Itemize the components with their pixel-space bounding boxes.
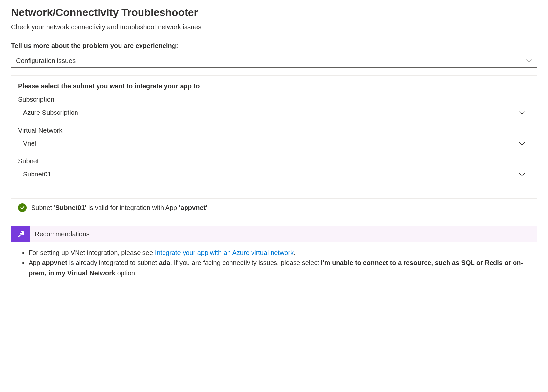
- recommendation-item: App appvnet is already integrated to sub…: [29, 258, 529, 278]
- subscription-select-value: Azure Subscription: [23, 109, 78, 116]
- status-panel: Subnet 'Subnet01' is valid for integrati…: [11, 198, 537, 217]
- subnet-label: Subnet: [18, 157, 530, 165]
- page-subtitle: Check your network connectivity and trou…: [11, 23, 537, 31]
- recommendation-item: For setting up VNet integration, please …: [29, 248, 529, 258]
- chevron-down-icon: [519, 142, 525, 146]
- integrate-vnet-link[interactable]: Integrate your app with an Azure virtual…: [155, 249, 294, 256]
- subnet-panel-heading: Please select the subnet you want to int…: [18, 82, 530, 90]
- recommendations-panel: Recommendations For setting up VNet inte…: [11, 226, 537, 286]
- success-check-icon: [18, 203, 27, 212]
- subscription-label: Subscription: [18, 96, 530, 103]
- subnet-panel: Please select the subnet you want to int…: [11, 75, 537, 189]
- chevron-down-icon: [519, 173, 525, 176]
- recommendations-title: Recommendations: [30, 226, 95, 242]
- subnet-select[interactable]: Subnet01: [18, 168, 530, 181]
- vnet-select[interactable]: Vnet: [18, 137, 530, 150]
- recommendations-body: For setting up VNet integration, please …: [11, 242, 537, 286]
- problem-select-value: Configuration issues: [16, 57, 76, 65]
- problem-select[interactable]: Configuration issues: [11, 54, 537, 68]
- wrench-icon: [11, 226, 30, 242]
- status-text: Subnet 'Subnet01' is valid for integrati…: [31, 204, 207, 212]
- page-title: Network/Connectivity Troubleshooter: [11, 7, 537, 19]
- vnet-label: Virtual Network: [18, 127, 530, 134]
- subscription-select[interactable]: Azure Subscription: [18, 106, 530, 119]
- chevron-down-icon: [519, 111, 525, 115]
- chevron-down-icon: [526, 59, 532, 63]
- vnet-select-value: Vnet: [23, 140, 36, 147]
- problem-label: Tell us more about the problem you are e…: [11, 42, 537, 50]
- subnet-select-value: Subnet01: [23, 171, 51, 178]
- recommendations-header: Recommendations: [11, 226, 537, 242]
